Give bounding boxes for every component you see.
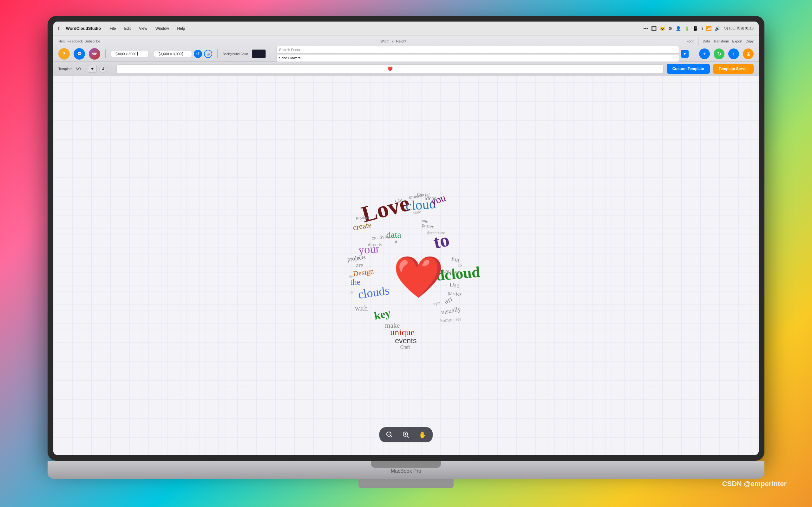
help-button[interactable]: ? (58, 48, 70, 60)
size-section: - ↺ ◎ (111, 50, 212, 58)
canvas-area: Love cloud you create (53, 76, 759, 455)
toolbar-row1: Help Feedback Subscribe Width x Height (53, 36, 759, 61)
menubar-right: ••• 🔲 🐱 ⚙ 👤 🔋 📱 ℹ 📶 🔊 7月18日 周四 01:18 (643, 26, 754, 31)
toolbar-top: Help Feedback Subscribe Width x Height (58, 36, 754, 47)
template-server-button[interactable]: Template Server (713, 64, 754, 74)
feedback-button[interactable]: 💬 (73, 48, 85, 60)
help-label: Help (58, 39, 66, 43)
app-name: WordCloudStudio (66, 26, 101, 31)
datetime: 7月18日 周四 01:18 (723, 26, 754, 31)
laptop-stand (358, 479, 454, 488)
word-unique: unique (390, 327, 415, 337)
divider5 (694, 49, 694, 58)
word-key: key (373, 306, 392, 322)
laptop-notch (371, 461, 441, 468)
divider1 (698, 37, 699, 46)
lock-icon[interactable]: ◎ (204, 50, 212, 58)
laptop-bezel:  WordCloudStudio File Edit View Window … (48, 16, 764, 461)
desktop-background:  WordCloudStudio File Edit View Window … (0, 0, 812, 507)
template-icon-btn1[interactable]: ✦ (88, 65, 97, 72)
export-button[interactable]: ↑ (728, 49, 739, 59)
gear-icon: ⚙ (668, 26, 672, 31)
svg-line-6 (407, 436, 409, 437)
watermark: CSDN @emperinter (722, 480, 786, 488)
x-separator: x (392, 39, 394, 43)
copy-button[interactable]: ⊞ (743, 49, 754, 59)
word-projects: projects (347, 254, 366, 263)
font-inputs (276, 46, 679, 62)
dots-icon: ••• (643, 26, 648, 31)
search-fonts-input[interactable] (276, 46, 679, 54)
heart-input-area (116, 64, 664, 73)
help-section: Help Feedback Subscribe (58, 39, 100, 43)
word-cloud: Love cloud you create (314, 170, 498, 354)
transform-button[interactable]: ↻ (714, 49, 724, 59)
menu-view[interactable]: View (137, 26, 149, 32)
word-the: the (350, 277, 360, 287)
font-section: ▼ (276, 46, 689, 62)
copy-label: Copy (745, 39, 754, 43)
zoom-in-icon (403, 431, 409, 438)
divider2 (105, 49, 106, 58)
width-label: Width (380, 39, 389, 43)
dimensions-section: Width x Height (380, 39, 406, 43)
word-craft: Craft (400, 344, 410, 349)
macbook-label: MacBook Pro (391, 468, 421, 474)
svg-line-2 (391, 436, 392, 437)
bg-color-swatch[interactable] (252, 49, 266, 58)
heart-emoji: ❤️ (393, 253, 444, 301)
height-label: Height (396, 39, 406, 43)
toolbar-row2: Template NO ✦ ↺ Custom Template Template… (53, 61, 759, 76)
menu-window[interactable]: Window (154, 26, 171, 32)
cat-icon: 🐱 (660, 26, 665, 31)
word-with: with (355, 303, 368, 312)
menu-edit[interactable]: Edit (122, 26, 133, 32)
word-cloud-svg: Love cloud you create (314, 170, 498, 354)
add-data-button[interactable]: + (699, 49, 710, 59)
word-poster: poster (421, 222, 434, 229)
word-parties: parties (448, 290, 462, 297)
menu-file[interactable]: File (108, 26, 118, 32)
word-eye: eye (433, 300, 441, 306)
hand-tool-button[interactable]: ✋ (417, 429, 428, 441)
transform-label: Transform (713, 39, 729, 43)
zoom-out-icon (386, 431, 393, 438)
vip-button[interactable]: VIP (89, 48, 100, 60)
bg-color-label: Background Color (223, 52, 248, 56)
zoom-out-button[interactable] (384, 429, 395, 441)
word-extra1: distributions (427, 231, 445, 235)
template-label: Template (58, 67, 72, 71)
laptop-bottom: MacBook Pro (48, 461, 764, 479)
word-summaries: Summaries (440, 316, 461, 323)
sync-icon[interactable]: ↺ (194, 50, 202, 58)
subscribe-label: Subscribe (85, 39, 100, 43)
word-use2: use (349, 290, 353, 294)
menubar:  WordCloudStudio File Edit View Window … (53, 21, 759, 36)
font-label: Font (687, 39, 694, 43)
template-no: NO (76, 67, 81, 71)
info-icon: ℹ (701, 26, 703, 31)
screen-icon: 📱 (693, 26, 698, 31)
custom-template-button[interactable]: Custom Template (667, 64, 710, 74)
apple-logo-icon[interactable]:  (58, 26, 60, 32)
menu-help[interactable]: Help (175, 26, 187, 32)
zoom-in-button[interactable] (400, 429, 412, 441)
search-people-icon: 👤 (676, 26, 681, 31)
word-clouds: clouds (357, 284, 390, 301)
size-dash: - (151, 52, 152, 56)
template-icons: ✦ ↺ (88, 65, 107, 72)
font-dropdown-arrow[interactable]: ▼ (681, 50, 689, 58)
laptop-screen:  WordCloudStudio File Edit View Window … (53, 21, 759, 455)
finder-icon: 🔲 (651, 26, 657, 31)
toolbar-bottom: ? 💬 VIP - ↺ (58, 47, 754, 61)
rotate-template-btn[interactable]: ↺ (99, 65, 107, 72)
font-name-input[interactable] (276, 54, 679, 62)
battery-icon: 🔋 (684, 26, 690, 31)
width-input[interactable] (111, 51, 149, 57)
heart-emoji-input[interactable] (116, 64, 664, 73)
word-at: at (394, 239, 397, 245)
word-create: create (352, 220, 372, 232)
height-input[interactable] (154, 51, 192, 57)
zoom-controls: ✋ (379, 427, 433, 442)
word-state: state (413, 209, 421, 215)
